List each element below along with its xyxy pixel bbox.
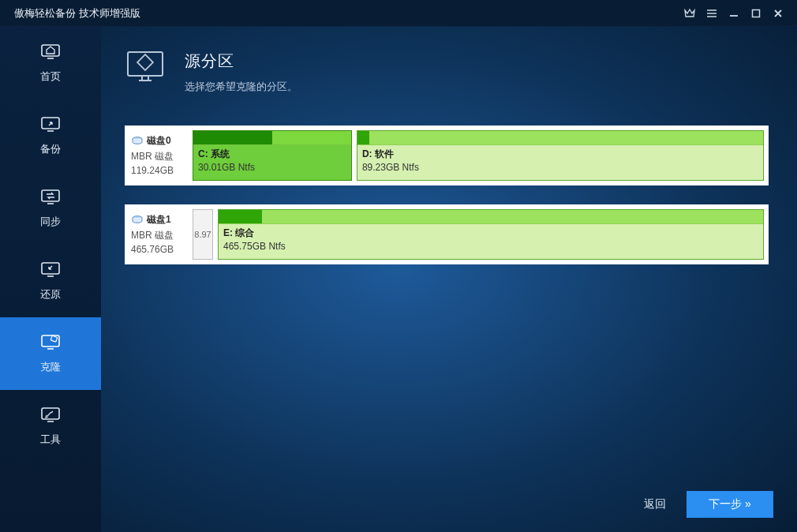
titlebar: 傲梅轻松备份 技术师增强版 xyxy=(0,0,797,27)
partition-label: E: 综合 xyxy=(223,227,758,240)
partition-d[interactable]: D: 软件 89.23GB Ntfs xyxy=(357,130,764,181)
partition-info: 465.75GB Ntfs xyxy=(223,240,758,253)
nav-backup[interactable]: 备份 xyxy=(0,99,101,172)
svg-rect-7 xyxy=(42,408,59,419)
partition-e[interactable]: E: 综合 465.75GB Ntfs xyxy=(218,209,764,260)
close-button[interactable] xyxy=(767,2,789,24)
sidebar: 首页 备份 同步 还原 克隆 工具 xyxy=(0,27,101,532)
partition-small-label: 8.97 xyxy=(194,230,211,239)
home-icon xyxy=(39,43,62,62)
monitor-partition-icon xyxy=(125,49,166,87)
partition-label: D: 软件 xyxy=(362,148,758,161)
minimize-button[interactable] xyxy=(723,2,745,24)
back-button[interactable]: 返回 xyxy=(644,497,666,511)
wizard-footer: 返回 下一步 » xyxy=(101,477,797,532)
app-title: 傲梅轻松备份 技术师增强版 xyxy=(14,6,140,21)
partition-track: 8.97 E: 综合 465.75GB Ntfs xyxy=(193,209,764,260)
disk-name: 磁盘0 xyxy=(147,133,171,148)
partition-info: 89.23GB Ntfs xyxy=(362,161,758,174)
restore-icon xyxy=(39,260,62,279)
svg-rect-8 xyxy=(128,52,163,76)
nav-restore[interactable]: 还原 xyxy=(0,245,101,317)
svg-rect-2 xyxy=(42,118,59,129)
page-subtitle: 选择您希望克隆的分区。 xyxy=(185,80,297,94)
nav-label: 首页 xyxy=(40,69,61,84)
nav-label: 备份 xyxy=(40,142,61,156)
next-button[interactable]: 下一步 » xyxy=(687,491,773,518)
nav-clone[interactable]: 克隆 xyxy=(0,317,101,390)
nav-tools[interactable]: 工具 xyxy=(0,390,101,463)
nav-sync[interactable]: 同步 xyxy=(0,172,101,245)
clone-icon xyxy=(39,333,62,352)
partition-unallocated[interactable]: 8.97 xyxy=(193,209,213,260)
tools-icon xyxy=(39,406,62,425)
disk-type: MBR 磁盘 xyxy=(131,149,189,163)
disk-name: 磁盘1 xyxy=(147,212,171,227)
disk-meta: 磁盘0 MBR 磁盘 119.24GB xyxy=(129,130,193,181)
maximize-button[interactable] xyxy=(745,2,767,24)
nav-home[interactable]: 首页 xyxy=(0,27,101,99)
svg-rect-6 xyxy=(51,335,58,342)
disk-meta: 磁盘1 MBR 磁盘 465.76GB xyxy=(129,209,193,260)
partition-c[interactable]: C: 系统 30.01GB Ntfs xyxy=(193,130,352,181)
disk-panel: 磁盘0 MBR 磁盘 119.24GB C: 系统 30.01GB Ntfs D… xyxy=(125,126,769,185)
nav-label: 工具 xyxy=(40,433,61,447)
disk-size: 119.24GB xyxy=(131,163,189,178)
svg-rect-0 xyxy=(753,9,760,17)
svg-rect-9 xyxy=(137,54,153,70)
svg-rect-4 xyxy=(42,263,59,274)
hdd-icon xyxy=(131,215,144,224)
disk-panel: 磁盘1 MBR 磁盘 465.76GB 8.97 E: 综合 465.75GB … xyxy=(125,204,769,264)
sync-icon xyxy=(39,188,62,207)
nav-label: 同步 xyxy=(40,215,61,229)
svg-rect-3 xyxy=(42,190,59,201)
page-title: 源分区 xyxy=(185,51,297,72)
main-content: 源分区 选择您希望克隆的分区。 磁盘0 MBR 磁盘 119.24GB C: 系… xyxy=(101,27,797,532)
partition-track: C: 系统 30.01GB Ntfs D: 软件 89.23GB Ntfs xyxy=(193,130,764,181)
nav-label: 克隆 xyxy=(40,360,61,374)
nav-label: 还原 xyxy=(40,287,61,302)
page-header: 源分区 选择您希望克隆的分区。 xyxy=(125,49,769,94)
hdd-icon xyxy=(131,136,144,145)
crown-icon[interactable] xyxy=(679,2,701,24)
menu-icon[interactable] xyxy=(701,2,723,24)
backup-icon xyxy=(39,115,62,134)
partition-info: 30.01GB Ntfs xyxy=(198,161,346,174)
disk-size: 465.76GB xyxy=(131,242,189,257)
partition-label: C: 系统 xyxy=(198,148,346,161)
disk-type: MBR 磁盘 xyxy=(131,228,189,242)
